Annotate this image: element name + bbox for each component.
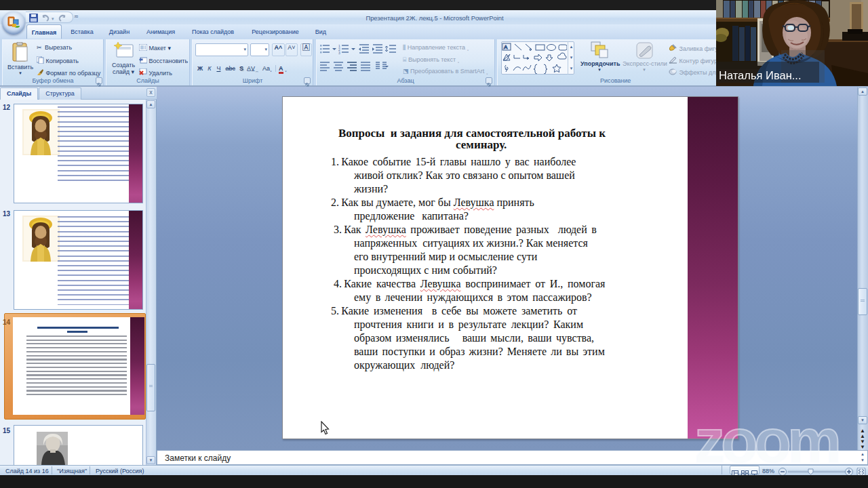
svg-text:Наталья Иван...: Наталья Иван... xyxy=(719,69,802,81)
svg-text:A: A xyxy=(504,44,508,50)
svg-text:3: 3 xyxy=(338,51,340,55)
svg-text:zoom: zoom xyxy=(694,407,838,469)
